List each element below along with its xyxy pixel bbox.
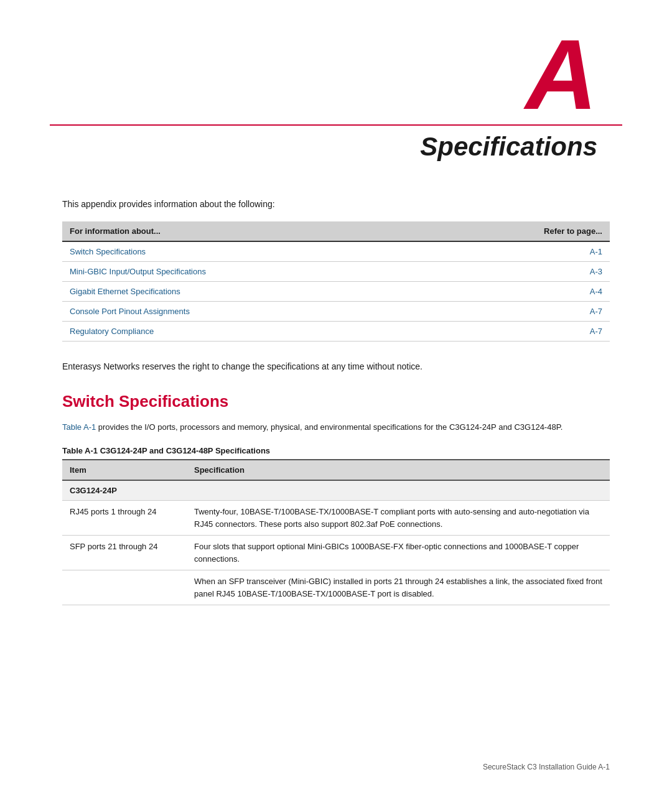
specs-data-row-cont: When an SFP transceiver (Mini-GBIC) inst… — [62, 570, 610, 605]
page-footer: SecureStack C3 Installation Guide A-1 — [483, 763, 610, 771]
main-content: This appendix provides information about… — [0, 187, 672, 655]
toc-row: Switch SpecificationsA-1 — [62, 241, 610, 262]
section1-heading: Switch Specifications — [62, 392, 610, 411]
page: A Specifications This appendix provides … — [0, 0, 672, 790]
specs-item: RJ45 ports 1 through 24 — [62, 501, 187, 536]
toc-topic-link[interactable]: Gigabit Ethernet Specifications — [70, 287, 180, 296]
toc-col1-header: For information about... — [62, 221, 431, 241]
toc-row: Console Port Pinout AssignmentsA-7 — [62, 302, 610, 322]
toc-topic: Mini-GBIC Input/Output Specifications — [62, 262, 431, 282]
toc-page-ref: A-3 — [431, 262, 610, 282]
toc-topic-link[interactable]: Regulatory Compliance — [70, 327, 154, 336]
specs-table: Item Specification C3G124-24PRJ45 ports … — [62, 459, 610, 606]
section1-intro-text: provides the I/O ports, processors and m… — [96, 422, 562, 432]
specs-spec: Four slots that support optional Mini-GB… — [187, 536, 610, 570]
specs-item-empty — [62, 570, 187, 605]
section1-intro: Table A-1 provides the I/O ports, proces… — [62, 421, 610, 434]
toc-page-link[interactable]: A-7 — [590, 327, 602, 336]
toc-page-ref: A-7 — [431, 322, 610, 342]
toc-topic-link[interactable]: Mini-GBIC Input/Output Specifications — [70, 267, 206, 276]
toc-topic-link[interactable]: Console Port Pinout Assignments — [70, 307, 190, 316]
chapter-title: Specifications — [420, 132, 597, 161]
toc-topic-link[interactable]: Switch Specifications — [70, 247, 146, 256]
notice-text: Enterasys Networks reserves the right to… — [62, 360, 610, 373]
chapter-letter: A — [50, 25, 597, 124]
toc-topic: Switch Specifications — [62, 241, 431, 262]
footer-text: SecureStack C3 Installation Guide A-1 — [483, 763, 610, 771]
toc-topic: Regulatory Compliance — [62, 322, 431, 342]
chapter-header: A — [0, 0, 672, 124]
toc-page-link[interactable]: A-4 — [590, 287, 602, 296]
toc-page-link[interactable]: A-7 — [590, 307, 602, 316]
specs-model-name: C3G124-24P — [62, 480, 610, 501]
toc-table: For information about... Refer to page..… — [62, 221, 610, 342]
specs-col2-header: Specification — [187, 460, 610, 480]
toc-header-row: For information about... Refer to page..… — [62, 221, 610, 241]
intro-text: This appendix provides information about… — [62, 199, 610, 209]
toc-page-link[interactable]: A-1 — [590, 247, 602, 256]
toc-topic: Console Port Pinout Assignments — [62, 302, 431, 322]
toc-col2-header: Refer to page... — [431, 221, 610, 241]
specs-col1-header: Item — [62, 460, 187, 480]
toc-page-link[interactable]: A-3 — [590, 267, 602, 276]
specs-spec: Twenty-four, 10BASE-T/100BASE-TX/1000BAS… — [187, 501, 610, 536]
toc-page-ref: A-4 — [431, 282, 610, 302]
toc-topic: Gigabit Ethernet Specifications — [62, 282, 431, 302]
specs-data-row: RJ45 ports 1 through 24Twenty-four, 10BA… — [62, 501, 610, 536]
specs-data-row: SFP ports 21 through 24Four slots that s… — [62, 536, 610, 570]
toc-page-ref: A-1 — [431, 241, 610, 262]
toc-row: Mini-GBIC Input/Output SpecificationsA-3 — [62, 262, 610, 282]
specs-spec-cont: When an SFP transceiver (Mini-GBIC) inst… — [187, 570, 610, 605]
toc-row: Gigabit Ethernet SpecificationsA-4 — [62, 282, 610, 302]
table-ref-link[interactable]: Table A-1 — [62, 422, 96, 432]
specs-header-row: Item Specification — [62, 460, 610, 480]
table-caption: Table A-1 C3G124-24P and C3G124-48P Spec… — [62, 446, 610, 455]
specs-item: SFP ports 21 through 24 — [62, 536, 187, 570]
toc-row: Regulatory ComplianceA-7 — [62, 322, 610, 342]
specs-model-row: C3G124-24P — [62, 480, 610, 501]
chapter-title-area: Specifications — [0, 126, 672, 187]
toc-page-ref: A-7 — [431, 302, 610, 322]
